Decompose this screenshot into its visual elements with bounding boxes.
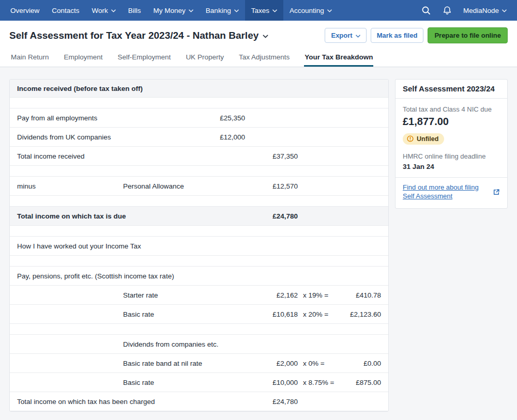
table-cell: Basic rate band at nil rate: [123, 360, 191, 367]
table-cell: Income received (before tax taken off): [17, 85, 123, 92]
nav-item-overview[interactable]: Overview: [4, 0, 45, 21]
nav-item-label: Bills: [128, 7, 141, 14]
table-cell: £10,618: [245, 310, 298, 318]
account-menu[interactable]: MediaNode: [458, 7, 512, 14]
table-row: Total income received£37,350: [10, 147, 388, 166]
page: OverviewContactsWorkBillsMy MoneyBanking…: [0, 0, 517, 420]
chevron-down-icon: [327, 9, 332, 12]
table-cell: Total income on which tax is due: [17, 212, 123, 220]
table-cell: £12,000: [191, 133, 245, 141]
table-row: Basic rate band at nil rate£2,000x 0% =£…: [10, 354, 388, 373]
page-header: Self Assessment for Tax Year 2023/24 - N…: [0, 21, 517, 48]
export-button[interactable]: Export: [325, 28, 366, 43]
table-spacer-row: [10, 166, 388, 177]
tab-uk-property[interactable]: UK Property: [185, 48, 224, 67]
nav-item-label: My Money: [154, 7, 186, 14]
table-spacer-row: [10, 196, 388, 207]
warning-icon: [407, 135, 414, 142]
chevron-down-icon: [111, 9, 116, 12]
table-row: Pay from all employments£25,350: [10, 108, 388, 128]
table-cell: x 20% =: [298, 310, 334, 318]
top-nav: OverviewContactsWorkBillsMy MoneyBanking…: [0, 0, 517, 21]
total-due-label: Total tax and Class 4 NIC due: [403, 105, 500, 114]
table-cell: Basic rate: [123, 310, 191, 318]
table-cell: Personal Allowance: [123, 182, 191, 190]
nav-item-label: Taxes: [251, 7, 269, 14]
tab-tax-adjustments[interactable]: Tax Adjustments: [238, 48, 290, 67]
table-cell: How I have worked out your Income Tax: [17, 242, 123, 250]
tab-main-return[interactable]: Main Return: [10, 48, 50, 67]
summary-panel: Self Assessment 2023/24 Total tax and Cl…: [395, 79, 508, 209]
chevron-down-icon: [272, 9, 277, 12]
chevron-down-icon: [234, 9, 239, 12]
chevron-down-icon: [502, 9, 507, 12]
tab-employment[interactable]: Employment: [64, 48, 103, 67]
table-cell: £875.00: [334, 379, 381, 386]
table-cell: Dividends from UK companies: [17, 133, 123, 141]
table-cell: Total income received: [17, 152, 123, 160]
table-spacer-row: [10, 98, 388, 108]
table-cell: x 19% =: [298, 291, 334, 299]
table-cell: x 0% =: [298, 360, 334, 367]
nav-item-bills[interactable]: Bills: [122, 0, 147, 21]
search-icon: [421, 5, 431, 15]
nav-item-accounting[interactable]: Accounting: [283, 0, 338, 21]
table-cell: £25,350: [191, 114, 245, 122]
deadline-label: HMRC online filing deadline: [403, 152, 500, 161]
deadline-date: 31 Jan 24: [403, 163, 500, 170]
table-cell: £2,123.60: [334, 310, 381, 318]
table-row: Total income on which tax has been charg…: [10, 392, 388, 411]
table-row: Total income on which tax is due£24,780: [10, 207, 388, 226]
tab-self-employment[interactable]: Self-Employment: [117, 48, 172, 67]
filing-link-row: Find out more about filing Self Assessme…: [396, 177, 507, 208]
chevron-down-icon[interactable]: [263, 35, 268, 38]
table-cell: minus: [17, 182, 123, 190]
nav-item-contacts[interactable]: Contacts: [45, 0, 85, 21]
page-title-text: Self Assessment for Tax Year 2023/24 - N…: [9, 30, 258, 41]
nav-item-banking[interactable]: Banking: [200, 0, 245, 21]
header-actions: Export Mark as filed Prepare to file onl…: [325, 27, 508, 43]
nav-item-label: Overview: [10, 7, 39, 14]
table-cell: £10,000: [245, 379, 298, 386]
mark-as-filed-button[interactable]: Mark as filed: [371, 28, 424, 43]
table-cell: Starter rate: [123, 291, 191, 299]
table-cell: Pay from all employments: [17, 114, 123, 122]
tax-breakdown-table: Income received (before tax taken off)Pa…: [9, 79, 389, 412]
table-row: Dividends from UK companies£12,000: [10, 128, 388, 147]
table-row: Dividends from companies etc.: [10, 335, 388, 354]
table-row: Basic rate£10,618x 20% =£2,123.60: [10, 305, 388, 324]
nav-item-taxes[interactable]: Taxes: [245, 0, 283, 21]
table-cell: £12,570: [245, 182, 298, 190]
status-badge-label: Unfiled: [417, 135, 438, 143]
table-cell: £410.78: [334, 291, 381, 299]
notifications-button[interactable]: [437, 3, 457, 19]
table-row: Basic rate£10,000x 8.75% =£875.00: [10, 373, 388, 392]
external-link-icon: [493, 189, 500, 196]
table-row: Starter rate£2,162x 19% =£410.78: [10, 286, 388, 305]
table-cell: Dividends from companies etc.: [123, 340, 191, 348]
table-row: Income received (before tax taken off): [10, 80, 388, 98]
page-title: Self Assessment for Tax Year 2023/24 - N…: [9, 30, 268, 41]
tab-bar: Main ReturnEmploymentSelf-EmploymentUK P…: [0, 48, 517, 67]
table-spacer-row: [10, 256, 388, 267]
nav-item-label: Accounting: [290, 7, 324, 14]
table-cell: £37,350: [245, 152, 298, 160]
nav-item-my-money[interactable]: My Money: [147, 0, 200, 21]
table-cell: £2,000: [245, 360, 298, 367]
tab-your-tax-breakdown[interactable]: Your Tax Breakdown: [304, 48, 373, 67]
nav-items: OverviewContactsWorkBillsMy MoneyBanking…: [4, 0, 338, 21]
nav-item-work[interactable]: Work: [86, 0, 122, 21]
chevron-down-icon: [356, 35, 360, 38]
prepare-to-file-button[interactable]: Prepare to file online: [428, 27, 508, 43]
nav-item-label: Work: [92, 7, 108, 14]
table-row: minusPersonal Allowance£12,570: [10, 177, 388, 196]
chevron-down-icon: [189, 9, 193, 12]
filing-info-link[interactable]: Find out more about filing Self Assessme…: [403, 183, 488, 201]
account-name: MediaNode: [463, 7, 499, 14]
table-cell: x 8.75% =: [298, 379, 334, 386]
table-cell: Basic rate: [123, 379, 191, 386]
status-badge: Unfiled: [403, 133, 444, 145]
table-spacer-row: [10, 324, 388, 335]
search-button[interactable]: [416, 2, 436, 19]
table-spacer-row: [10, 226, 388, 237]
